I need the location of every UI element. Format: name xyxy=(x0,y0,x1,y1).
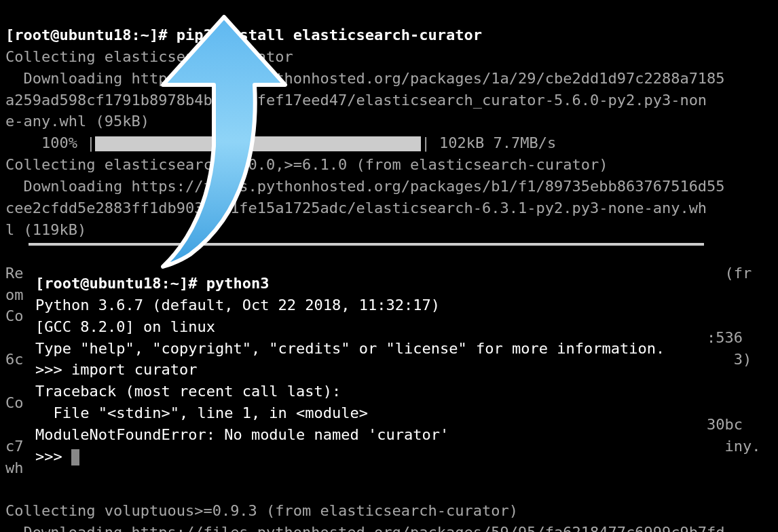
output-line: Collecting elasticsearch<7.0.0,>=6.1.0 (… xyxy=(5,156,608,173)
output-line: l (119kB) xyxy=(5,221,86,238)
shell-prompt: [root@ubuntu18:~]# xyxy=(35,275,206,292)
output-line: Downloading https://files.pythonhosted.o… xyxy=(5,70,725,87)
progress-bar xyxy=(95,136,421,151)
traceback-line: File "<stdin>", line 1, in <module> xyxy=(35,404,368,421)
output-line: Co xyxy=(5,394,24,411)
output-line: e-any.whl (95kB) xyxy=(5,113,149,130)
cursor-icon xyxy=(71,449,79,466)
output-line: om xyxy=(5,286,24,303)
progress-stats: | 102kB 7.7MB/s xyxy=(421,134,556,151)
output-line: Collecting elasticsearch-curator xyxy=(5,48,293,65)
output-line: a259ad598cf1791b8978b4b6b0defef17eed47/e… xyxy=(5,92,707,109)
repl-prompt: >>> xyxy=(35,361,71,378)
command-text: python3 xyxy=(206,275,270,292)
command-text: pip3 install elasticsearch-curator xyxy=(177,26,482,43)
output-line: Python 3.6.7 (default, Oct 22 2018, 11:3… xyxy=(35,297,440,314)
output-line: Downloading https://files.pythonhosted.o… xyxy=(5,524,725,532)
output-line: Type "help", "copyright", "credits" or "… xyxy=(35,340,665,357)
output-line: Co xyxy=(5,307,24,324)
output-line: wh xyxy=(5,459,24,476)
output-line: [GCC 8.2.0] on linux xyxy=(35,318,215,335)
repl-prompt: >>> xyxy=(35,448,71,465)
output-line: Re xyxy=(5,265,24,282)
output-line: Downloading https://files.pythonhosted.o… xyxy=(5,178,725,195)
output-line: cee2cfdd5e2883ff1db903b0c1fe15a1725adc/e… xyxy=(5,200,707,216)
traceback-line: Traceback (most recent call last): xyxy=(35,383,341,400)
terminal-foreground[interactable]: [root@ubuntu18:~]# python3 Python 3.6.7 … xyxy=(29,243,704,440)
repl-input: import curator xyxy=(71,361,197,378)
output-line: Collecting voluptuous>=0.9.3 (from elast… xyxy=(5,502,518,519)
shell-prompt: [root@ubuntu18:~]# xyxy=(5,26,177,43)
output-line: c7 xyxy=(5,438,24,455)
output-line: 6c xyxy=(5,351,24,368)
traceback-line: ModuleNotFoundError: No module named 'cu… xyxy=(35,426,449,443)
progress-percent: 100% | xyxy=(5,134,95,151)
